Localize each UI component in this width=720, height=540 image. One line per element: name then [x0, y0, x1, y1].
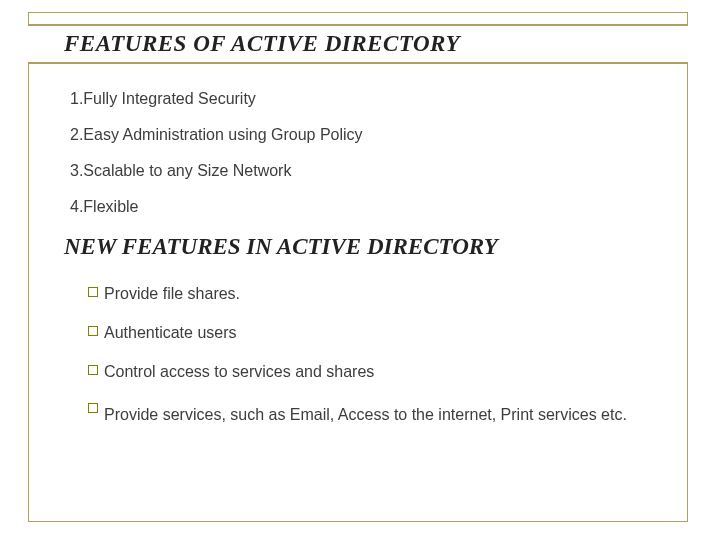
list-item-label: Provide file shares.	[104, 282, 670, 307]
list-item: Control access to services and shares	[88, 360, 670, 385]
square-bullet-icon	[88, 365, 98, 375]
heading-new-features: NEW FEATURES IN ACTIVE DIRECTORY	[64, 234, 670, 260]
list-item: Provide file shares.	[88, 282, 670, 307]
feature-item: 4.Flexible	[70, 198, 670, 216]
list-item: Provide services, such as Email, Access …	[88, 398, 670, 432]
list-item-label: Authenticate users	[104, 321, 670, 346]
square-bullet-icon	[88, 287, 98, 297]
square-bullet-icon	[88, 326, 98, 336]
title-bar: FEATURES OF ACTIVE DIRECTORY	[28, 24, 688, 64]
slide: FEATURES OF ACTIVE DIRECTORY 1.Fully Int…	[0, 0, 720, 540]
square-bullet-icon	[88, 403, 98, 413]
feature-item: 3.Scalable to any Size Network	[70, 162, 670, 180]
slide-body: 1.Fully Integrated Security 2.Easy Admin…	[70, 90, 670, 446]
list-item-label: Control access to services and shares	[104, 360, 670, 385]
heading-features: FEATURES OF ACTIVE DIRECTORY	[64, 31, 460, 57]
feature-item: 2.Easy Administration using Group Policy	[70, 126, 670, 144]
feature-item: 1.Fully Integrated Security	[70, 90, 670, 108]
list-item-label: Provide services, such as Email, Access …	[104, 398, 670, 432]
list-item: Authenticate users	[88, 321, 670, 346]
